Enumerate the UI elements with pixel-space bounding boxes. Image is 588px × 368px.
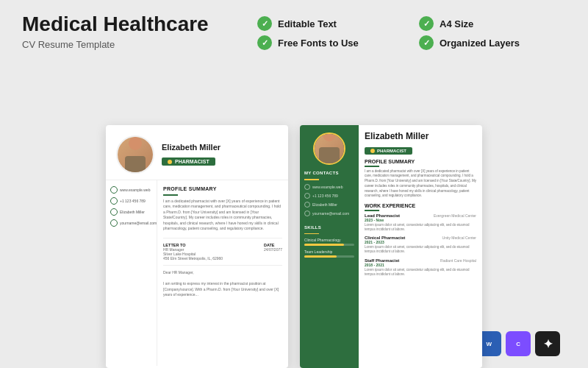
divider-left-2 [163,265,282,266]
sidebar-contact-2: +1 123 456 789 [110,197,152,205]
work-date-1: 2023 - Now [365,218,476,222]
avatar-image-left [118,137,153,172]
features-area: ✓ Editable Text ✓ A4 Size ✓ Free Fonts t… [257,13,566,50]
avatar-person-left [122,137,148,172]
feature-label-free-fonts: Free Fonts to Use [278,38,359,49]
sidebar-contact-email: yourname@email.com [120,221,157,226]
profile-underline-left [163,194,178,196]
right-contact-email: yourname@email.com [312,211,349,216]
page-container: Medical Healthcare CV Resume Template ✓ … [0,0,588,368]
avatar-person-right [316,134,343,163]
sidebar-contact-linkedin: Elizabeth Miller [120,210,145,215]
avatar-left [116,135,154,174]
sidebar-contact-1: www.example.web [110,186,152,194]
skill-name-clinical: Clinical Pharmacology [304,238,354,242]
feature-label-editable-text: Editable Text [278,18,337,29]
work-underline-right [365,210,379,211]
avatar-image-right [315,134,344,163]
skills-underline-right [304,233,319,235]
tool-figma-icon: ✦ [535,331,560,356]
badge-dot-left [168,160,172,164]
cv-person-name-right: Elizabeth Miller [365,131,476,141]
work-text-3: Lorem ipsum dolor sit amet, consectetur … [365,268,476,277]
avatar-head-right [323,134,336,141]
contacts-underline-right [304,179,319,180]
profile-summary-title-left: PROFILE SUMMARY [163,186,282,191]
right-contact-2: +1 123 456 789 [304,193,354,199]
cv-body-left: www.example.web +1 123 456 789 Elizabeth… [106,180,288,366]
skill-name-leadership: Team Leadership [304,250,354,254]
tool-figma-label: ✦ [543,337,553,351]
sidebar-contact-4: yourname@email.com [110,219,152,227]
badge-dot-right [370,149,375,153]
cv-person-name-left: Elizabeth Miller [162,143,278,152]
email-icon-right [304,210,310,216]
globe-icon [110,186,118,194]
phone-icon-right [304,193,310,199]
skill-bar-fill-clinical [304,244,344,246]
check-icon-fonts: ✓ [257,35,272,50]
letter-body: I am writing to express my interest in t… [163,281,282,298]
letter-to-address: 456 Elm Street Metropolis, IL, 62960 [163,256,223,261]
check-icon-layers: ✓ [419,35,434,50]
avatar-right [313,132,345,165]
work-text-1: Lorem ipsum dolor sit amet, consectetur … [365,223,476,233]
feature-organized-layers: ✓ Organized Layers [419,35,566,50]
work-entry-1: Lead Pharmacist Evergreen Medical Center… [365,213,476,233]
profile-summary-title-right: PROFILE SUMMARY [365,159,476,164]
main-title: Medical Healthcare [22,13,243,36]
cv-sidebar-left: www.example.web +1 123 456 789 Elizabeth… [106,180,157,366]
feature-label-organized-layers: Organized Layers [440,38,520,49]
globe-icon-right [304,184,310,190]
tool-canva-icon: C [506,331,531,356]
cv-main-content-left: PROFILE SUMMARY I am a dedicated pharmac… [157,180,288,366]
phone-icon [110,197,118,205]
profile-summary-text-right: I am a dedicated pharmacist with over [X… [365,169,476,199]
divider-left [163,238,282,238]
date-value: 24/07/2077 [264,247,282,252]
cv-title-badge-right: PHARMACIST [365,147,412,155]
subtitle: CV Resume Template [22,39,243,50]
cv-name-block-left: Elizabeth Miller PHARMACIST [162,143,278,167]
work-company-3: Radiant Care Hospital [440,258,476,263]
letter-to-block: LETTER TO HR Manager Silver Lake Hospita… [163,243,223,261]
right-contact-linkedin: Elizabeth Miller [312,202,337,207]
top-section: Medical Healthcare CV Resume Template ✓ … [0,0,588,57]
feature-free-fonts: ✓ Free Fonts to Use [257,35,404,50]
right-contact-3: Elizabeth Miller [304,202,354,208]
skill-bar-bg-clinical [304,244,354,246]
cv-job-title-right: PHARMACIST [377,149,406,153]
profile-underline-right [365,166,379,167]
feature-editable-text: ✓ Editable Text [257,16,404,31]
sidebar-contact-3: Elizabeth Miller [110,208,152,216]
email-icon [110,219,118,227]
linkedin-icon-right [304,202,310,208]
sidebar-contact-web: www.example.web [120,188,150,193]
cv-right-sidebar: MY CONTACTS www.example.web +1 123 456 7… [300,125,359,368]
cv-title-badge-left: PHARMACIST [162,158,215,166]
right-contact-phone: +1 123 456 789 [312,194,338,198]
work-title-1: Lead Pharmacist [365,213,400,218]
letter-to-section: LETTER TO HR Manager Silver Lake Hospita… [163,243,282,261]
tool-word-label: W [486,341,491,347]
work-date-2: 2021 - 2023 [365,240,476,244]
previews-section: Elizabeth Miller PHARMACIST www.example.… [0,57,588,368]
cv-card-right: MY CONTACTS www.example.web +1 123 456 7… [300,125,482,368]
cv-right-layout: MY CONTACTS www.example.web +1 123 456 7… [300,125,482,368]
feature-label-a4-size: A4 Size [440,18,473,29]
avatar-body-right [319,147,340,163]
avatar-head-left [129,137,142,150]
skill-clinical: Clinical Pharmacology [304,238,354,246]
skill-bar-fill-leadership [304,255,337,258]
skill-bar-bg-leadership [304,255,354,258]
work-entry-2: Clinical Pharmacist Unity Medical Center… [365,236,476,255]
work-title-3: Staff Pharmacist [365,258,399,263]
profile-summary-text-left: I am a dedicated pharmacist with over [X… [163,199,282,232]
work-company-2: Unity Medical Center [442,236,476,240]
feature-a4-size: ✓ A4 Size [419,16,566,31]
linkedin-icon [110,208,118,216]
check-icon-editable: ✓ [257,16,272,31]
title-area: Medical Healthcare CV Resume Template [22,13,243,50]
work-text-2: Lorem ipsum dolor sit amet, consectetur … [365,245,476,255]
skills-label-right: SKILLS [304,225,321,230]
